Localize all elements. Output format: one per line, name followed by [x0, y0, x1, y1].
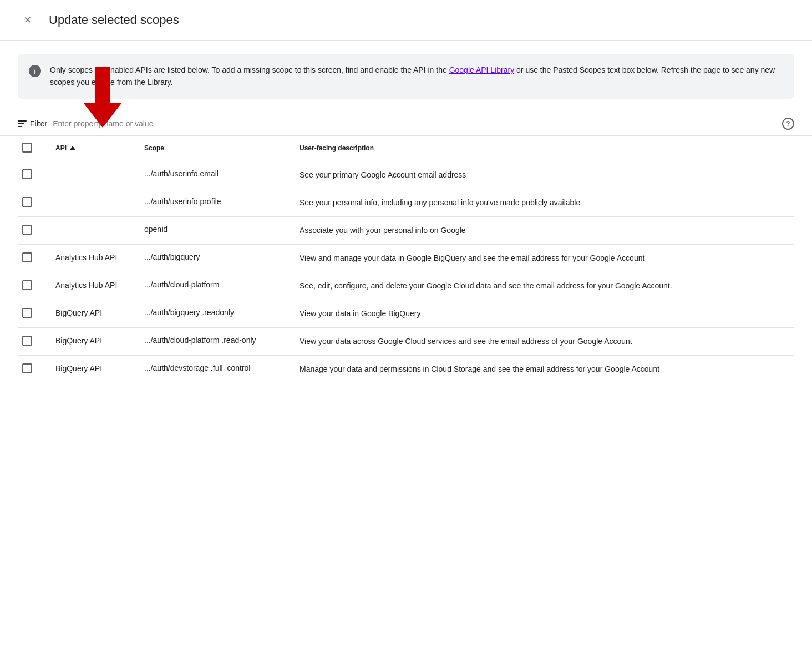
- row-1-checkbox-cell: [18, 189, 47, 216]
- table-row: .../auth/userinfo.profileSee your person…: [18, 189, 794, 216]
- row-3-scope: .../auth/bigquery: [135, 244, 291, 272]
- filter-label-wrap: Filter: [18, 119, 47, 128]
- row-4-scope: .../auth/cloud-platform: [135, 272, 291, 300]
- row-4-checkbox[interactable]: [22, 280, 32, 290]
- row-1-description: See your personal info, including any pe…: [291, 189, 794, 216]
- row-3-api: Analytics Hub API: [47, 244, 135, 272]
- row-0-description: See your primary Google Account email ad…: [291, 161, 794, 189]
- row-1-checkbox[interactable]: [22, 197, 32, 207]
- row-7-api: BigQuery API: [47, 355, 135, 383]
- info-text-before-link: Only scopes for enabled APIs are listed …: [50, 65, 449, 74]
- table-row: Analytics Hub API.../auth/bigqueryView a…: [18, 244, 794, 272]
- row-7-checkbox-cell: [18, 355, 47, 383]
- close-icon: ×: [24, 14, 32, 26]
- table-row: BigQuery API.../auth/devstorage .full_co…: [18, 355, 794, 383]
- row-5-api: BigQuery API: [47, 300, 135, 327]
- row-0-checkbox[interactable]: [22, 169, 32, 179]
- scopes-table-wrap: API Scope User-facing description .../au…: [0, 136, 812, 383]
- table-row: .../auth/userinfo.emailSee your primary …: [18, 161, 794, 189]
- filter-icon: [18, 120, 27, 127]
- table-row: BigQuery API.../auth/bigquery .readonlyV…: [18, 300, 794, 327]
- row-5-checkbox[interactable]: [22, 308, 32, 318]
- filter-label: Filter: [30, 119, 47, 128]
- row-2-description: Associate you with your personal info on…: [291, 216, 794, 244]
- row-3-description: View and manage your data in Google BigQ…: [291, 244, 794, 272]
- scopes-table: API Scope User-facing description .../au…: [18, 136, 794, 383]
- table-header-row: API Scope User-facing description: [18, 136, 794, 161]
- table-body: .../auth/userinfo.emailSee your primary …: [18, 161, 794, 383]
- th-description: User-facing description: [291, 136, 794, 161]
- row-4-api: Analytics Hub API: [47, 272, 135, 300]
- row-3-checkbox-cell: [18, 244, 47, 272]
- row-6-scope: .../auth/cloud-platform .read-only: [135, 327, 291, 355]
- info-icon: i: [29, 65, 41, 77]
- row-6-description: View your data across Google Cloud servi…: [291, 327, 794, 355]
- row-5-scope: .../auth/bigquery .readonly: [135, 300, 291, 327]
- row-7-checkbox[interactable]: [22, 363, 32, 373]
- row-0-checkbox-cell: [18, 161, 47, 189]
- row-0-scope: .../auth/userinfo.email: [135, 161, 291, 189]
- select-all-checkbox[interactable]: [22, 143, 32, 153]
- row-7-scope: .../auth/devstorage .full_control: [135, 355, 291, 383]
- th-scope: Scope: [135, 136, 291, 161]
- th-checkbox: [18, 136, 47, 161]
- row-6-checkbox-cell: [18, 327, 47, 355]
- row-0-api: [47, 161, 135, 189]
- row-2-checkbox-cell: [18, 216, 47, 244]
- page-title: Update selected scopes: [49, 13, 179, 27]
- row-7-description: Manage your data and permissions in Clou…: [291, 355, 794, 383]
- table-row: BigQuery API.../auth/cloud-platform .rea…: [18, 327, 794, 355]
- filter-input[interactable]: [53, 119, 777, 128]
- row-1-api: [47, 189, 135, 216]
- th-api: API: [47, 136, 135, 161]
- row-2-api: [47, 216, 135, 244]
- row-5-description: View your data in Google BigQuery: [291, 300, 794, 327]
- row-6-api: BigQuery API: [47, 327, 135, 355]
- row-2-scope: openid: [135, 216, 291, 244]
- sort-ascending-icon[interactable]: [70, 146, 75, 150]
- close-button[interactable]: ×: [18, 10, 38, 30]
- row-4-checkbox-cell: [18, 272, 47, 300]
- info-banner: i Only scopes for enabled APIs are liste…: [18, 54, 794, 99]
- dialog-header: × Update selected scopes: [0, 0, 812, 41]
- row-6-checkbox[interactable]: [22, 336, 32, 346]
- table-row: openidAssociate you with your personal i…: [18, 216, 794, 244]
- row-2-checkbox[interactable]: [22, 225, 32, 235]
- table-row: Analytics Hub API.../auth/cloud-platform…: [18, 272, 794, 300]
- row-4-description: See, edit, configure, and delete your Go…: [291, 272, 794, 300]
- th-api-label: API: [55, 144, 67, 152]
- row-1-scope: .../auth/userinfo.profile: [135, 189, 291, 216]
- row-3-checkbox[interactable]: [22, 252, 32, 262]
- help-icon[interactable]: ?: [782, 118, 794, 130]
- info-banner-text: Only scopes for enabled APIs are listed …: [50, 64, 783, 89]
- row-5-checkbox-cell: [18, 300, 47, 327]
- filter-row: Filter ?: [0, 112, 812, 136]
- google-api-library-link[interactable]: Google API Library: [449, 65, 515, 74]
